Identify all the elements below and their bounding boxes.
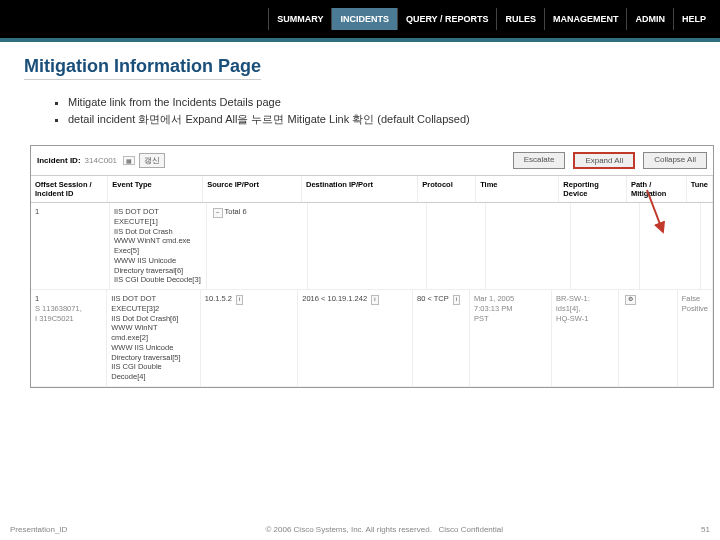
cell-tune [701, 203, 713, 289]
col-device: Reporting Device [559, 176, 627, 202]
slide-footer: Presentation_ID © 2006 Cisco Systems, In… [10, 525, 710, 534]
cell-proto: 80 < TCP i [413, 290, 470, 386]
table-header: Offset Session / Incident ID Event Type … [31, 176, 713, 203]
col-time: Time [476, 176, 559, 202]
tab-admin[interactable]: ADMIN [626, 8, 673, 30]
footer-id: Presentation_ID [10, 525, 67, 534]
col-event: Event Type [108, 176, 203, 202]
col-offset: Offset Session / Incident ID [31, 176, 108, 202]
screenshot-header: Incident ID: 314C001 ▦ 갱신 Escalate Expan… [31, 146, 713, 176]
tab-management[interactable]: MANAGEMENT [544, 8, 627, 30]
table-row: 1S 113638071, I 319C5021 IIS DOT DOT EXE… [31, 290, 713, 387]
nav-tabs: SUMMARY INCIDENTS QUERY / REPORTS RULES … [268, 8, 714, 30]
cell-mitigation: ⚙ [619, 290, 678, 386]
collapse-all-button[interactable]: Collapse All [643, 152, 707, 169]
refresh-button[interactable]: 갱신 [139, 153, 165, 168]
page-title: Mitigation Information Page [24, 56, 261, 80]
callout-arrow [643, 188, 669, 236]
link-icon[interactable]: ▦ [123, 156, 135, 165]
tab-incidents[interactable]: INCIDENTS [331, 8, 397, 30]
cell-time: Mar 1, 2005 7:03:13 PM PST [470, 290, 552, 386]
table-row: 1 IIS DOT DOT EXECUTE[1] IIS Dot Dot Cra… [31, 203, 713, 290]
tab-summary[interactable]: SUMMARY [268, 8, 331, 30]
info-icon[interactable]: i [371, 295, 378, 305]
svg-line-0 [647, 190, 663, 232]
escalate-button[interactable]: Escalate [513, 152, 566, 169]
cell-event: IIS DOT DOT EXECUTE[1] IIS Dot Dot Crash… [110, 203, 207, 289]
page-number: 51 [701, 525, 710, 534]
action-buttons: Escalate Expand All Collapse All [513, 152, 707, 169]
cell-time [486, 203, 571, 289]
incident-id-value: 314C001 [85, 156, 117, 165]
cell-dst: 2016 < 10.19.1.242 i [298, 290, 413, 386]
info-icon[interactable]: i [453, 295, 460, 305]
top-nav: SUMMARY INCIDENTS QUERY / REPORTS RULES … [0, 0, 720, 38]
tab-rules[interactable]: RULES [496, 8, 544, 30]
cell-event: IIS DOT DOT EXECUTE[3]2 IIS Dot Dot Cras… [107, 290, 201, 386]
info-icon[interactable]: i [236, 295, 243, 305]
col-proto: Protocol [418, 176, 476, 202]
footer-copyright: © 2006 Cisco Systems, Inc. All rights re… [265, 525, 503, 534]
col-src: Source IP/Port [203, 176, 302, 202]
col-dst: Destination IP/Port [302, 176, 418, 202]
accent-bar [0, 38, 720, 42]
cell-proto [427, 203, 486, 289]
mitigation-icon[interactable]: ⚙ [625, 295, 636, 305]
incident-id-row: Incident ID: 314C001 ▦ 갱신 [37, 153, 165, 168]
cell-device [571, 203, 640, 289]
bullet-1: Mitigate link from the Incidents Details… [68, 96, 720, 108]
cell-src: 10.1.5.2 i [201, 290, 298, 386]
bullet-2: detail incident 화면에서 Expand All을 누르면 Mit… [68, 112, 720, 127]
screenshot-panel: Incident ID: 314C001 ▦ 갱신 Escalate Expan… [30, 145, 714, 388]
incident-id-label: Incident ID: [37, 156, 81, 165]
tab-query[interactable]: QUERY / REPORTS [397, 8, 497, 30]
cell-id: 1S 113638071, I 319C5021 [31, 290, 107, 386]
cell-id: 1 [31, 203, 110, 289]
col-tune: Tune [687, 176, 713, 202]
cell-src: − Total 6 [207, 203, 308, 289]
cell-tune: False Positive [678, 290, 713, 386]
bullet-list: Mitigate link from the Incidents Details… [28, 96, 720, 127]
expand-all-button[interactable]: Expand All [573, 152, 635, 169]
collapse-icon[interactable]: − [213, 208, 223, 218]
tab-help[interactable]: HELP [673, 8, 714, 30]
cell-dst [308, 203, 427, 289]
cell-device: BR-SW-1: ids1[4], HQ-SW-1 [552, 290, 619, 386]
